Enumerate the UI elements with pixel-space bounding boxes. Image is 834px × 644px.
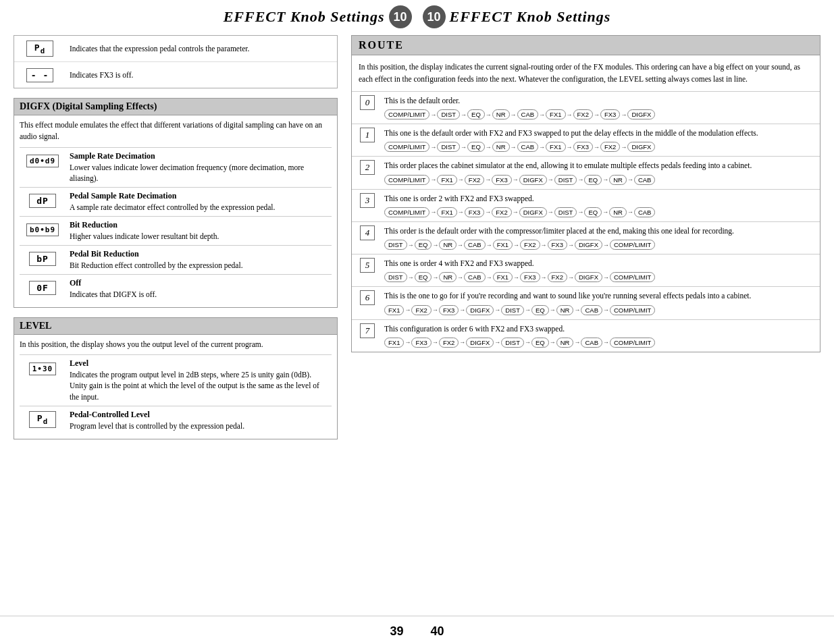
chain-item: FX2 [492, 207, 511, 217]
chain-item: NR [492, 142, 510, 152]
chain-item: COMP/LIMIT [610, 272, 655, 282]
digfx-param-0: d0•d9 Sample Rate Decimation Lower value… [20, 147, 332, 187]
chain-item: COMP/LIMIT [384, 109, 429, 119]
chain-item: NR [439, 240, 457, 250]
chain-item: NR [439, 272, 457, 282]
chain-item: DIGFX [575, 272, 602, 282]
chain-item: EQ [467, 109, 485, 119]
page-num-right: 40 [431, 624, 444, 639]
chain-item: FX2 [520, 240, 540, 250]
left-column: Pd Indicates that the expression pedal c… [14, 35, 338, 602]
route-row-0: 0This is the default order.COMP/LIMIT→DI… [352, 92, 820, 124]
chain-item: COMP/LIMIT [610, 240, 655, 250]
level-param-1: Pd Pedal-Controlled Level Program level … [20, 406, 332, 435]
page-container: EFFECT Knob Settings 10 10 EFFECT Knob S… [0, 0, 834, 644]
chain-item: FX2 [600, 142, 620, 152]
page-circle-left: 10 [389, 5, 412, 28]
chain-item: DIST [554, 207, 577, 217]
chain-item: FX1 [437, 175, 457, 185]
indicator-desc-2: Indicates FX3 is off. [70, 71, 133, 79]
chain-item: FX3 [439, 305, 459, 315]
chain-item: FX3 [600, 109, 620, 119]
level-body: In this position, the display shows you … [14, 335, 337, 439]
route-row-3: 3This one is order 2 with FX2 and FX3 sw… [352, 190, 820, 222]
route-row-2: 2This order places the cabinet simulator… [352, 157, 820, 189]
digfx-header: DIGFX (Digital Sampling Effects) [14, 99, 337, 115]
chain-item: FX1 [546, 142, 565, 152]
chain-item: COMP/LIMIT [610, 305, 655, 315]
chain-item: FX2 [439, 338, 459, 348]
chain-item: CAB [517, 142, 539, 152]
chain-item: FX3 [411, 338, 431, 348]
indicators-section: Pd Indicates that the expression pedal c… [14, 35, 338, 88]
chain-item: EQ [584, 207, 602, 217]
digfx-section: DIGFX (Digital Sampling Effects) This ef… [14, 98, 338, 308]
header-title-left: EFFECT Knob Settings [224, 8, 385, 26]
chain-item: EQ [415, 240, 432, 250]
chain-item: DIGFX [519, 175, 547, 185]
chain-item: FX3 [548, 240, 567, 250]
digfx-param-4: 0F Off Indicates that DIGFX is off. [20, 274, 332, 303]
indicator-row-2: - - Indicates FX3 is off. [14, 62, 337, 88]
header-left: EFFECT Knob Settings 10 [224, 5, 412, 28]
chain-item: FX1 [437, 207, 457, 217]
chain-item: CAB [634, 207, 656, 217]
chain-item: FX2 [573, 109, 593, 119]
chain-item: FX1 [493, 240, 513, 250]
chain-item: NR [492, 109, 510, 119]
chain-item: COMP/LIMIT [384, 175, 429, 185]
indicator-desc-1: Indicates that the expression pedal cont… [70, 45, 249, 53]
page-num-left: 39 [390, 624, 403, 639]
right-column: ROUTE In this position, the display indi… [351, 35, 820, 602]
chain-item: CAB [581, 338, 602, 348]
chain-item: DIGFX [627, 109, 655, 119]
chain-item: FX1 [384, 338, 404, 348]
chain-item: FX3 [573, 142, 593, 152]
route-row-1: 1This one is the default order with FX2 … [352, 124, 820, 157]
chain-item: FX3 [492, 175, 511, 185]
indicator-icon-1: Pd [20, 38, 60, 59]
route-row-4: 4This order is the default order with th… [352, 222, 820, 254]
chain-item: EQ [531, 305, 549, 315]
level-param-0: 1•30 Level Indicates the program output … [20, 354, 332, 405]
route-row-6: 6This is the one to go for if you're rec… [352, 287, 820, 319]
chain-item: DIST [554, 175, 577, 185]
route-row-7: 7This configuration is order 6 with FX2 … [352, 320, 820, 352]
chain-item: CAB [464, 240, 486, 250]
header-right: 10 EFFECT Knob Settings [423, 5, 611, 28]
chain-item: NR [609, 207, 627, 217]
chain-item: DIGFX [627, 142, 655, 152]
chain-item: FX1 [384, 305, 404, 315]
chain-item: FX2 [548, 272, 567, 282]
chain-item: DIGFX [575, 240, 602, 250]
footer: 39 40 [0, 616, 834, 644]
digfx-desc: This effect module emulates the effect t… [20, 119, 332, 143]
chain-item: FX2 [465, 175, 484, 185]
chain-item: CAB [634, 175, 656, 185]
chain-item: EQ [584, 175, 602, 185]
chain-item: CAB [581, 305, 602, 315]
chain-item: NR [556, 338, 574, 348]
chain-item: DIST [437, 142, 460, 152]
chain-item: DIST [437, 109, 460, 119]
chain-item: EQ [531, 338, 549, 348]
chain-item: COMP/LIMIT [384, 142, 429, 152]
level-desc: In this position, the display shows you … [20, 339, 332, 350]
main-columns: Pd Indicates that the expression pedal c… [0, 35, 834, 616]
route-rows: 0This is the default order.COMP/LIMIT→DI… [352, 92, 820, 352]
chain-item: DIST [384, 272, 407, 282]
chain-item: FX3 [465, 207, 484, 217]
chain-item: DIGFX [466, 338, 494, 348]
chain-item: CAB [517, 109, 539, 119]
chain-item: NR [556, 305, 574, 315]
level-section: LEVEL In this position, the display show… [14, 317, 338, 439]
indicator-icon-2: - - [20, 65, 60, 85]
chain-item: CAB [464, 272, 486, 282]
digfx-body: This effect module emulates the effect t… [14, 115, 337, 307]
chain-item: FX1 [493, 272, 513, 282]
chain-item: DIST [384, 240, 407, 250]
chain-item: DIGFX [466, 305, 494, 315]
chain-item: DIGFX [519, 207, 547, 217]
chain-item: FX1 [546, 109, 565, 119]
chain-item: FX2 [411, 305, 431, 315]
